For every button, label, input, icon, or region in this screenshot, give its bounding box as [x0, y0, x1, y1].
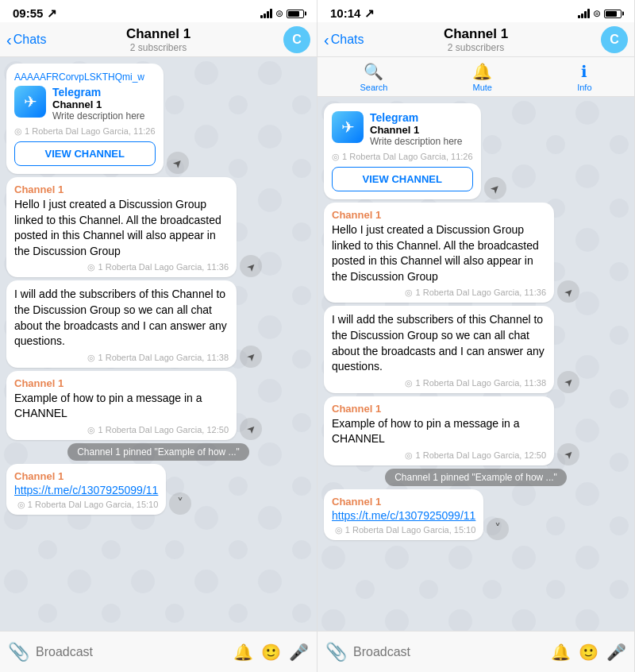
message-row: Channel 1Hello I just created a Discussi…: [324, 203, 628, 303]
welcome-meta: ◎ 1 Roberta Dal Lago Garcia, 11:26: [14, 126, 156, 137]
message-row: Channel 1Hello I just created a Discussi…: [6, 177, 310, 277]
forward-button[interactable]: ➤: [240, 255, 262, 277]
message-bubble: Channel 1Hello I just created a Discussi…: [6, 177, 237, 277]
bell-icon[interactable]: 🔔: [551, 643, 571, 662]
pin-notice: Channel 1 pinned "Example of how ...": [67, 443, 249, 461]
message-bubble: Channel 1Hello I just created a Discussi…: [324, 203, 554, 303]
back-button[interactable]: ‹ Chats: [6, 32, 46, 48]
bottom-bar: 📎 🔔 🙂 🎤: [318, 631, 634, 672]
nav-title: Channel 1: [126, 26, 190, 42]
channel-name-label: Channel 1: [52, 98, 145, 110]
message-text: Hello I just created a Discussion Group …: [14, 197, 229, 259]
message-link[interactable]: https://t.me/c/1307925099/11: [14, 484, 158, 496]
forward-button[interactable]: ˅: [487, 518, 509, 540]
view-channel-button[interactable]: VIEW CHANNEL: [14, 141, 156, 166]
attach-icon[interactable]: 📎: [325, 642, 347, 662]
channel-desc: Write description here: [370, 136, 463, 147]
welcome-header: ✈ Telegram Channel 1 Write description h…: [14, 86, 156, 122]
avatar[interactable]: C: [601, 26, 628, 53]
channel-invite-link[interactable]: AAAAAFRCorvpLSKTHQmi_w: [14, 71, 156, 83]
broadcast-input[interactable]: [353, 645, 545, 659]
message-meta: ◎ 1 Roberta Dal Lago Garcia, 11:36: [14, 262, 229, 272]
message-bubble: Channel 1Example of how to pin a message…: [324, 396, 554, 465]
message-row: Channel 1https://t.me/c/1307925099/11◎ 1…: [6, 464, 310, 515]
message-channel-name: Channel 1: [332, 403, 546, 415]
signal-icon: [578, 9, 590, 18]
welcome-meta: ◎ 1 Roberta Dal Lago Garcia, 11:26: [332, 152, 473, 162]
message-bubble: Channel 1Example of how to pin a message…: [6, 371, 237, 440]
forward-icon: ➤: [244, 259, 258, 273]
chevron-left-icon: ‹: [6, 32, 12, 48]
forward-button[interactable]: ➤: [557, 443, 579, 465]
message-row: Channel 1Example of how to pin a message…: [6, 371, 310, 440]
back-label[interactable]: Chats: [13, 33, 47, 47]
message-meta: ◎ 1 Roberta Dal Lago Garcia, 12:50: [14, 425, 229, 435]
action-item-search[interactable]: 🔍 Search: [360, 62, 387, 92]
message-meta: ◎ 1 Roberta Dal Lago Garcia, 15:10: [14, 500, 158, 510]
message-channel-name: Channel 1: [14, 377, 229, 389]
forward-icon: ➤: [561, 375, 575, 389]
message-bubble: Channel 1https://t.me/c/1307925099/11◎ 1…: [324, 489, 483, 540]
forward-button[interactable]: ➤: [240, 346, 262, 368]
bell-icon[interactable]: 🔔: [233, 643, 253, 662]
back-button[interactable]: ‹ Chats: [324, 32, 364, 48]
service-name: Telegram: [52, 86, 145, 98]
panel-right: 10:14 ↗ ⊜ ‹ Chats Channel 1 2 subscriber…: [318, 0, 635, 672]
nav-bar: ‹ Chats Channel 1 2 subscribers C: [318, 22, 634, 57]
attach-icon[interactable]: 📎: [8, 642, 29, 662]
search-icon: 🔍: [364, 62, 383, 81]
info-icon: ℹ: [581, 62, 587, 81]
action-item-info[interactable]: ℹ Info: [577, 62, 591, 92]
telegram-logo: ✈: [14, 86, 46, 118]
chevron-left-icon: ‹: [324, 32, 329, 48]
message-row: I will add the subscribers of this Chann…: [6, 280, 310, 367]
avatar[interactable]: C: [283, 26, 310, 53]
channel-desc: Write description here: [52, 110, 145, 122]
welcome-info: Telegram Channel 1 Write description her…: [52, 86, 145, 122]
back-label[interactable]: Chats: [331, 33, 364, 47]
sticker-icon[interactable]: 🙂: [261, 643, 281, 662]
mute-icon: 🔔: [472, 62, 492, 81]
welcome-header: ✈ Telegram Channel 1 Write description h…: [332, 111, 473, 147]
welcome-card-row: ✈ Telegram Channel 1 Write description h…: [324, 103, 628, 199]
forward-button[interactable]: ➤: [167, 152, 189, 174]
welcome-info: Telegram Channel 1 Write description her…: [370, 111, 463, 147]
forward-button[interactable]: ➤: [484, 177, 506, 199]
forward-icon: ➤: [561, 447, 575, 462]
action-label: Mute: [473, 83, 492, 92]
nav-center: Channel 1 2 subscribers: [126, 26, 190, 53]
forward-button[interactable]: ➤: [240, 418, 262, 440]
forward-icon: ➤: [244, 422, 258, 436]
nav-subtitle: 2 subscribers: [126, 42, 190, 53]
message-row: Channel 1Example of how to pin a message…: [324, 396, 628, 465]
status-time: 09:55 ↗: [13, 6, 57, 21]
message-text: Hello I just created a Discussion Group …: [332, 222, 546, 284]
chat-area: ✈ Telegram Channel 1 Write description h…: [318, 97, 634, 631]
status-bar: 09:55 ↗ ⊜: [0, 0, 317, 22]
forward-button[interactable]: ➤: [557, 280, 579, 303]
message-row: I will add the subscribers of this Chann…: [324, 306, 628, 392]
action-label: Search: [360, 83, 387, 92]
view-channel-button[interactable]: VIEW CHANNEL: [332, 167, 473, 191]
action-item-mute[interactable]: 🔔 Mute: [472, 62, 492, 92]
message-row: Channel 1https://t.me/c/1307925099/11◎ 1…: [324, 489, 628, 540]
mic-icon[interactable]: 🎤: [606, 643, 626, 662]
signal-icon: [260, 9, 272, 18]
sticker-icon[interactable]: 🙂: [579, 643, 598, 662]
forward-icon: ➤: [487, 180, 503, 196]
forward-button[interactable]: ➤: [557, 371, 579, 393]
message-text: I will add the subscribers of this Chann…: [14, 287, 229, 349]
mic-icon[interactable]: 🎤: [289, 643, 309, 662]
bottom-right-icons: 🔔 🙂 🎤: [551, 643, 626, 662]
message-link[interactable]: https://t.me/c/1307925099/11: [332, 509, 475, 522]
message-text: I will add the subscribers of this Chann…: [332, 312, 546, 374]
battery-icon: [287, 10, 304, 18]
broadcast-input[interactable]: [36, 645, 227, 659]
forward-button[interactable]: ˅: [169, 492, 191, 515]
bottom-right-icons: 🔔 🙂 🎤: [233, 643, 309, 662]
wifi-icon: ⊜: [593, 8, 601, 19]
message-meta: ◎ 1 Roberta Dal Lago Garcia, 15:10: [332, 525, 475, 535]
message-channel-name: Channel 1: [14, 183, 229, 195]
telegram-logo: ✈: [332, 111, 364, 143]
pin-notice: Channel 1 pinned "Example of how ...": [385, 469, 567, 486]
